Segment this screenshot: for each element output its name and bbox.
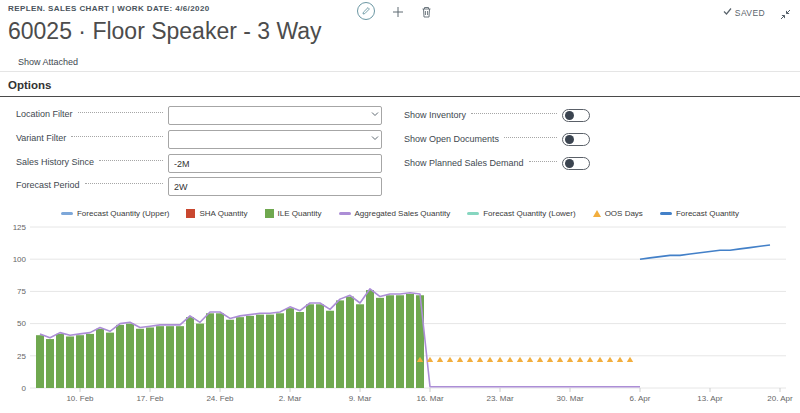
collapse-arrows-icon bbox=[780, 6, 791, 23]
toggle-row-show-planned-sales-demand: Show Planned Sales Demand bbox=[404, 153, 590, 173]
delete-button[interactable] bbox=[421, 4, 432, 22]
svg-text:75: 75 bbox=[17, 287, 26, 296]
field-row-location-filter: Location Filter bbox=[16, 104, 382, 124]
svg-text:23. Mar: 23. Mar bbox=[486, 394, 513, 403]
dotted-leader bbox=[504, 137, 557, 138]
legend-label: OOS Days bbox=[605, 209, 643, 218]
location-filter-label: Location Filter bbox=[16, 109, 73, 119]
toggle-row-show-open-documents: Show Open Documents bbox=[404, 129, 590, 149]
svg-text:13. Apr: 13. Apr bbox=[697, 394, 723, 403]
edit-button[interactable] bbox=[357, 2, 375, 20]
legend-label: Aggregated Sales Quantity bbox=[355, 209, 451, 218]
toggle-row-show-inventory: Show Inventory bbox=[404, 105, 590, 125]
legend-bar-swatch bbox=[265, 209, 274, 218]
variant-filter-label: Variant Filter bbox=[16, 133, 66, 143]
page-caption: REPLEN. SALES CHART | WORK DATE: 4/6/202… bbox=[8, 4, 210, 13]
check-icon bbox=[723, 7, 732, 18]
forecast-period-input[interactable] bbox=[168, 177, 382, 196]
legend-label: ILE Quantity bbox=[278, 209, 322, 218]
dotted-leader bbox=[71, 136, 163, 137]
svg-text:25: 25 bbox=[17, 352, 26, 361]
legend-bar-swatch bbox=[186, 209, 195, 218]
svg-text:16. Mar: 16. Mar bbox=[416, 394, 443, 403]
show-planned-sales-demand-label: Show Planned Sales Demand bbox=[404, 158, 524, 168]
chart-legend: Forecast Quantity (Upper)SHA QuantityILE… bbox=[0, 205, 800, 221]
field-row-sales-history-since: Sales History Since bbox=[16, 152, 382, 172]
svg-text:10. Feb: 10. Feb bbox=[66, 394, 94, 403]
toggle-knob bbox=[565, 111, 574, 120]
legend-label: SHA Quantity bbox=[199, 209, 247, 218]
legend-triangle-icon bbox=[593, 210, 601, 217]
legend-item: ILE Quantity bbox=[265, 209, 322, 218]
legend-label: Forecast Quantity (Upper) bbox=[77, 209, 169, 218]
svg-text:125: 125 bbox=[13, 223, 27, 232]
svg-text:50: 50 bbox=[17, 319, 26, 328]
field-row-forecast-period: Forecast Period bbox=[16, 175, 382, 195]
header-divider bbox=[0, 71, 800, 72]
sales-history-since-label: Sales History Since bbox=[16, 157, 94, 167]
dotted-leader bbox=[85, 183, 163, 184]
toggle-knob bbox=[565, 135, 574, 144]
svg-text:30. Mar: 30. Mar bbox=[556, 394, 583, 403]
legend-item: Forecast Quantity bbox=[660, 209, 739, 218]
svg-text:6. Apr: 6. Apr bbox=[630, 394, 651, 403]
forecast-period-label: Forecast Period bbox=[16, 180, 80, 190]
location-filter-input[interactable] bbox=[168, 106, 382, 125]
dotted-leader bbox=[471, 113, 557, 114]
legend-line-swatch bbox=[61, 212, 73, 215]
page-title: 60025 · Floor Speaker - 3 Way bbox=[8, 18, 322, 45]
collapse-page-button[interactable] bbox=[780, 6, 791, 24]
add-button[interactable] bbox=[392, 4, 404, 22]
chevron-down-icon[interactable] bbox=[371, 134, 378, 141]
legend-item: SHA Quantity bbox=[186, 209, 247, 218]
trash-icon bbox=[421, 4, 432, 21]
svg-text:100: 100 bbox=[13, 255, 27, 264]
saved-label: SAVED bbox=[735, 8, 765, 18]
save-status: SAVED bbox=[723, 7, 765, 18]
show-inventory-label: Show Inventory bbox=[404, 110, 466, 120]
show-planned-sales-demand-toggle[interactable] bbox=[562, 157, 590, 170]
svg-text:2. Mar: 2. Mar bbox=[279, 394, 302, 403]
field-row-variant-filter: Variant Filter bbox=[16, 128, 382, 148]
show-inventory-toggle[interactable] bbox=[562, 109, 590, 122]
chart-canvas: 025507510012510. Feb17. Feb24. Feb2. Mar… bbox=[0, 222, 800, 413]
svg-text:0: 0 bbox=[22, 384, 27, 393]
legend-label: Forecast Quantity (Lower) bbox=[483, 209, 575, 218]
replenishment-sales-chart: 025507510012510. Feb17. Feb24. Feb2. Mar… bbox=[0, 222, 800, 413]
plus-icon bbox=[392, 4, 404, 21]
svg-text:9. Mar: 9. Mar bbox=[349, 394, 372, 403]
dotted-leader bbox=[99, 160, 163, 161]
legend-item: Aggregated Sales Quantity bbox=[339, 209, 451, 218]
chevron-down-icon[interactable] bbox=[371, 110, 378, 117]
show-open-documents-toggle[interactable] bbox=[562, 133, 590, 146]
legend-line-swatch bbox=[467, 212, 479, 215]
toggle-knob bbox=[565, 159, 574, 168]
options-section-divider bbox=[0, 96, 800, 97]
legend-item: Forecast Quantity (Lower) bbox=[467, 209, 575, 218]
legend-item: OOS Days bbox=[593, 209, 643, 218]
svg-text:24. Feb: 24. Feb bbox=[206, 394, 234, 403]
show-attached-link[interactable]: Show Attached bbox=[18, 57, 78, 67]
svg-text:17. Feb: 17. Feb bbox=[136, 394, 164, 403]
sales-history-since-input[interactable] bbox=[168, 154, 382, 173]
legend-line-swatch bbox=[660, 212, 672, 215]
pencil-icon bbox=[361, 2, 371, 20]
legend-label: Forecast Quantity bbox=[676, 209, 739, 218]
variant-filter-input[interactable] bbox=[168, 130, 382, 149]
legend-line-swatch bbox=[339, 212, 351, 215]
legend-item: Forecast Quantity (Upper) bbox=[61, 209, 169, 218]
dotted-leader bbox=[78, 112, 163, 113]
options-section-title: Options bbox=[8, 79, 51, 91]
show-open-documents-label: Show Open Documents bbox=[404, 134, 499, 144]
dotted-leader bbox=[529, 161, 557, 162]
svg-text:20. Apr: 20. Apr bbox=[767, 394, 793, 403]
